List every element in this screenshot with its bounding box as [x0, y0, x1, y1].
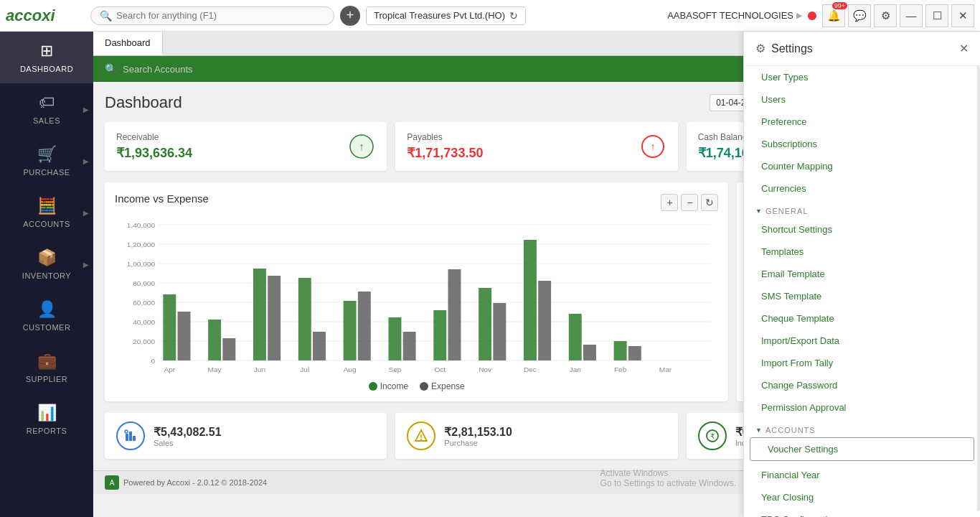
settings-item-users[interactable]: Users: [744, 88, 977, 111]
svg-text:0: 0: [151, 358, 155, 365]
settings-item-preference[interactable]: Preference: [744, 111, 977, 133]
settings-button[interactable]: ⚙: [874, 4, 897, 27]
svg-rect-25: [208, 320, 221, 360]
close-button[interactable]: ✕: [951, 4, 974, 27]
minimize-button[interactable]: —: [900, 4, 923, 27]
svg-text:Apr: Apr: [164, 366, 176, 373]
svg-rect-40: [538, 281, 551, 360]
search-icon: 🔍: [100, 10, 112, 22]
svg-rect-36: [448, 269, 461, 360]
svg-rect-41: [569, 314, 582, 360]
svg-text:Oct: Oct: [434, 366, 446, 373]
settings-item-financial-year[interactable]: Financial Year: [744, 464, 977, 486]
svg-rect-43: [614, 341, 627, 360]
svg-rect-24: [178, 312, 191, 360]
settings-item-email-template[interactable]: Email Template: [744, 263, 977, 285]
add-button[interactable]: +: [340, 6, 360, 26]
scrollbar[interactable]: [977, 66, 980, 511]
maximize-button[interactable]: ☐: [925, 4, 948, 27]
svg-rect-59: [133, 436, 136, 441]
svg-rect-23: [163, 294, 176, 360]
svg-text:1,00,000: 1,00,000: [127, 261, 155, 268]
purchase-stat-icon: [407, 421, 435, 450]
top-bar: accoxi 🔍 + Tropical Treasures Pvt Ltd.(H…: [0, 0, 980, 32]
svg-text:May: May: [208, 366, 222, 373]
payables-label: Payables: [407, 132, 483, 142]
chart-title: Income vs Expense: [115, 192, 209, 205]
dashboard-title: Dashboard: [105, 93, 182, 112]
svg-text:80,000: 80,000: [133, 280, 155, 287]
svg-rect-31: [344, 301, 357, 360]
tab-dashboard[interactable]: Dashboard: [93, 32, 163, 55]
svg-text:60,000: 60,000: [133, 299, 155, 307]
settings-item-tds-configuration[interactable]: TDS Configuration: [744, 508, 977, 517]
settings-item-voucher-settings[interactable]: Voucher Settings: [750, 437, 974, 461]
settings-item-change-password[interactable]: Change Password: [744, 374, 977, 396]
chat-button[interactable]: 💬: [848, 4, 871, 27]
settings-item-import-export-data[interactable]: Import/Export Data: [744, 330, 977, 352]
svg-point-63: [420, 439, 422, 440]
sidebar-item-reports[interactable]: 📊 REPORTS: [0, 393, 93, 445]
chart-minus-button[interactable]: −: [681, 194, 698, 211]
svg-rect-37: [479, 288, 491, 360]
svg-text:Dec: Dec: [524, 366, 537, 373]
purchase-icon: 🛒: [37, 145, 57, 164]
settings-item-permission-approval[interactable]: Permission Approval: [744, 396, 977, 419]
notification-badge: 99+: [832, 2, 847, 9]
payables-card: Payables ₹1,71,733.50 ↑: [395, 122, 677, 171]
sidebar-item-accounts[interactable]: 🧮 ACCOUNTS ▶: [0, 187, 93, 238]
settings-item-user-types[interactable]: User Types: [744, 66, 977, 88]
svg-text:₹: ₹: [710, 432, 715, 440]
sidebar: ⊞ DASHBOARD 🏷 SALES ▶ 🛒 PURCHASE ▶ 🧮 ACC…: [0, 32, 93, 517]
supplier-icon: 💼: [37, 352, 57, 371]
settings-item-currencies[interactable]: Currencies: [744, 177, 977, 200]
sidebar-item-label: INVENTORY: [22, 271, 71, 280]
svg-text:Nov: Nov: [479, 366, 491, 373]
customer-icon: 👤: [37, 300, 57, 319]
company-selector[interactable]: Tropical Treasures Pvt Ltd.(HO) ↻: [366, 6, 526, 25]
accounts-icon: 🧮: [37, 197, 57, 215]
settings-item-cheque-template[interactable]: Cheque Template: [744, 307, 977, 330]
sidebar-item-customer[interactable]: 👤 CUSTOMER: [0, 290, 93, 342]
svg-text:Aug: Aug: [344, 366, 357, 373]
triangle-icon: ▼: [755, 427, 763, 434]
svg-rect-26: [222, 338, 235, 360]
sidebar-item-dashboard[interactable]: ⊞ DASHBOARD: [0, 32, 93, 83]
settings-close-button[interactable]: ✕: [959, 42, 969, 55]
svg-text:20,000: 20,000: [133, 338, 155, 345]
notification-button[interactable]: 🔔 99+: [822, 4, 845, 27]
sidebar-item-supplier[interactable]: 💼 SUPPLIER: [0, 342, 93, 393]
settings-item-templates[interactable]: Templates: [744, 241, 977, 263]
payables-icon: ↑: [639, 133, 666, 160]
sidebar-item-label: SALES: [33, 116, 60, 125]
settings-item-import-from-tally[interactable]: Import From Tally: [744, 352, 977, 374]
search-box[interactable]: 🔍: [90, 6, 334, 25]
chart-plus-button[interactable]: +: [661, 194, 678, 211]
svg-point-60: [125, 430, 128, 433]
sidebar-item-sales[interactable]: 🏷 SALES ▶: [0, 83, 93, 135]
settings-item-year-closing[interactable]: Year Closing: [744, 486, 977, 508]
refresh-icon[interactable]: ↻: [509, 10, 518, 22]
settings-item-subscriptions[interactable]: Subscriptions: [744, 133, 977, 155]
sidebar-item-inventory[interactable]: 📦 INVENTORY ▶: [0, 238, 93, 290]
settings-item-counter-mapping[interactable]: Counter Mapping: [744, 155, 977, 177]
top-right: AABASOFT TECHNOLOGIES ▶ 🔔 99+ 💬 ⚙ — ☐ ✕: [667, 4, 974, 27]
svg-text:1,20,000: 1,20,000: [127, 241, 155, 248]
search-input[interactable]: [116, 10, 303, 21]
svg-rect-33: [388, 317, 401, 360]
receivable-value: ₹1,93,636.34: [116, 145, 192, 161]
settings-item-shortcut-settings[interactable]: Shortcut Settings: [744, 218, 977, 241]
sidebar-item-purchase[interactable]: 🛒 PURCHASE ▶: [0, 135, 93, 187]
company-label: AABASOFT TECHNOLOGIES ▶: [667, 10, 802, 21]
general-section-label: ▼ GENERAL: [744, 200, 977, 218]
income-expense-chart: 1,40,000 1,20,000 1,00,000 80,000 60,000…: [115, 218, 718, 376]
sidebar-item-label: REPORTS: [27, 427, 67, 435]
payables-value: ₹1,71,733.50: [407, 145, 483, 161]
purchase-stat-card: ₹2,81,153.10 Purchase: [395, 413, 677, 459]
chart-refresh-button[interactable]: ↻: [701, 194, 718, 211]
svg-rect-38: [493, 303, 506, 360]
dashboard-icon: ⊞: [40, 42, 53, 60]
search-accounts-label: Search Accounts: [123, 64, 193, 75]
settings-item-sms-template[interactable]: SMS Template: [744, 285, 977, 307]
settings-header: ⚙ Settings ✕: [744, 32, 980, 66]
